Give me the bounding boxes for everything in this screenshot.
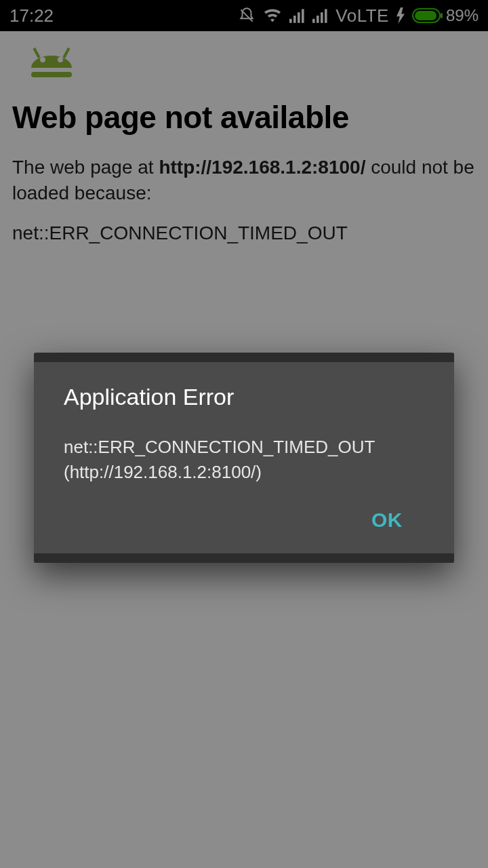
- ok-button[interactable]: OK: [354, 502, 420, 538]
- application-error-dialog: Application Error net::ERR_CONNECTION_TI…: [34, 353, 454, 563]
- dialog-title: Application Error: [64, 384, 424, 410]
- dialog-container: Application Error net::ERR_CONNECTION_TI…: [0, 0, 488, 868]
- dialog-message: net::ERR_CONNECTION_TIMED_OUT (http://19…: [64, 435, 424, 484]
